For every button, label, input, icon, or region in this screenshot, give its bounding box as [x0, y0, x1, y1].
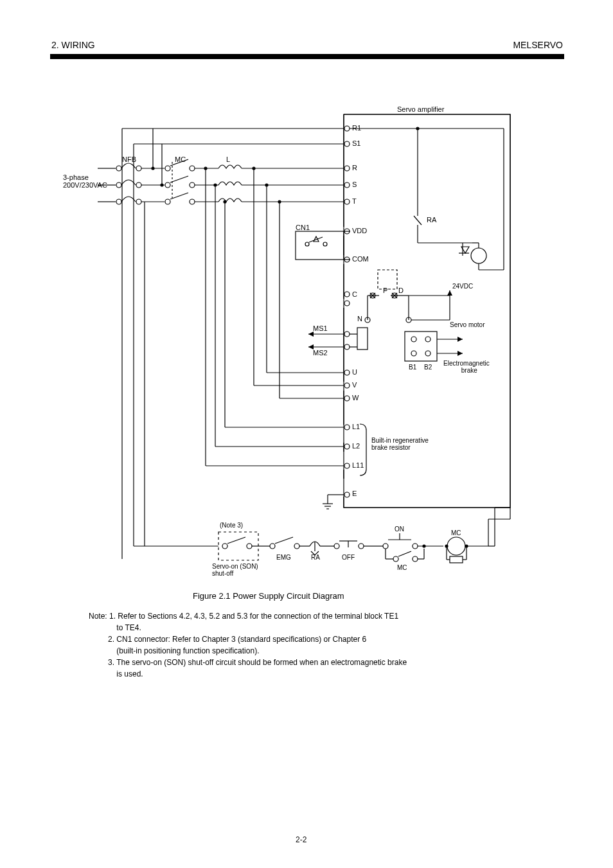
mc-hold: MC	[397, 564, 407, 571]
svg-point-139	[344, 344, 350, 350]
svg-rect-119	[296, 231, 344, 260]
servo-motor: Servo motor	[450, 321, 484, 328]
cn1-com: COM	[352, 255, 369, 263]
svg-point-91	[383, 544, 388, 549]
svg-point-104	[447, 537, 465, 555]
term-u: U	[352, 368, 357, 376]
svg-point-3	[136, 166, 141, 171]
svg-point-10	[344, 166, 350, 171]
svg-line-81	[275, 537, 293, 544]
note-block: Note: 1. Refer to Sections 4.2, 4.3, 5.2…	[89, 610, 551, 680]
svg-point-44	[344, 383, 350, 388]
svg-point-89	[359, 544, 364, 549]
svg-point-122	[323, 242, 327, 246]
svg-rect-162	[405, 332, 437, 361]
label-servo-amp: Servo amplifier	[397, 105, 444, 113]
label-l: L	[226, 155, 230, 163]
term-p: P	[383, 287, 387, 294]
figure-caption: Figure 2.1 Power Supply Circuit Diagram	[193, 591, 344, 601]
svg-point-64	[344, 425, 350, 430]
svg-point-56	[344, 463, 350, 468]
label-mc: MC	[175, 155, 186, 163]
term-w: W	[352, 394, 359, 402]
schematic-svg	[0, 0, 613, 868]
svg-point-166	[425, 351, 431, 356]
svg-point-94	[413, 544, 418, 549]
svg-point-112	[465, 545, 468, 547]
b1: B1	[409, 364, 416, 371]
b2: B2	[424, 364, 432, 371]
svg-point-13	[136, 182, 141, 188]
svg-point-48	[344, 370, 350, 375]
off: OFF	[342, 554, 355, 561]
servo-on-shutoff: Servo-on (SON) shut-off	[212, 563, 258, 577]
svg-point-170	[344, 492, 350, 497]
term-s1: S1	[352, 139, 360, 147]
svg-point-138	[344, 332, 350, 337]
svg-point-76	[222, 544, 227, 549]
cn1-header: CN1	[296, 224, 310, 231]
svg-point-12	[116, 182, 121, 188]
svg-point-17	[190, 182, 195, 188]
term-c: C	[352, 290, 357, 298]
builtin-regen: Built-in regenerative brake resistor	[371, 437, 429, 451]
24vdc: 24VDC	[452, 283, 473, 290]
svg-point-7	[190, 166, 195, 171]
svg-rect-106	[450, 556, 463, 563]
term-r1: R1	[352, 124, 361, 132]
mc-coil: MC	[451, 529, 461, 536]
on: ON	[395, 526, 404, 533]
label-3phase: 3-phase 200V/230VAC	[63, 173, 107, 189]
svg-point-127	[344, 292, 350, 297]
svg-point-152	[471, 248, 486, 263]
label-nfb: NFB	[122, 155, 136, 163]
term-l1: L1	[352, 423, 360, 430]
svg-point-60	[344, 444, 350, 449]
ra-label: RA	[427, 216, 436, 224]
svg-point-25	[165, 199, 170, 204]
svg-line-98	[398, 551, 411, 556]
term-d: D	[398, 287, 404, 294]
ra-b: RA	[311, 554, 320, 561]
svg-line-26	[170, 193, 188, 199]
term-n: N	[357, 315, 362, 323]
term-l2: L2	[352, 442, 360, 450]
svg-point-20	[344, 182, 350, 188]
svg-point-5	[165, 166, 170, 171]
svg-point-15	[165, 182, 170, 188]
svg-point-78	[247, 544, 252, 549]
emg: EMG	[276, 554, 291, 561]
svg-point-99	[413, 556, 418, 562]
svg-point-30	[344, 199, 350, 204]
brake-label: Electromagnetic brake	[443, 360, 490, 374]
svg-point-120	[305, 242, 309, 246]
ms2: MS2	[313, 349, 328, 357]
svg-point-27	[190, 199, 195, 204]
term-l11: L11	[352, 461, 364, 469]
note3: (Note 3)	[220, 522, 243, 529]
svg-point-165	[411, 351, 416, 356]
svg-point-2	[116, 166, 121, 171]
svg-point-82	[294, 544, 299, 549]
term-e: E	[352, 490, 357, 497]
svg-line-77	[227, 537, 245, 544]
term-v: V	[352, 381, 357, 389]
ms1: MS1	[313, 324, 328, 332]
svg-rect-142	[357, 328, 368, 350]
svg-point-80	[270, 544, 275, 549]
svg-point-86	[334, 544, 339, 549]
term-s: S	[352, 181, 357, 188]
svg-point-52	[344, 396, 350, 401]
svg-point-22	[116, 199, 121, 204]
svg-point-163	[411, 337, 416, 342]
svg-point-110	[445, 545, 448, 547]
cn1-vdd: VDD	[352, 227, 367, 235]
svg-point-23	[136, 199, 141, 204]
svg-point-164	[425, 337, 431, 342]
term-r: R	[352, 164, 357, 172]
svg-point-40	[344, 141, 350, 146]
svg-point-128	[344, 301, 350, 306]
svg-line-16	[170, 176, 188, 182]
svg-point-36	[344, 126, 350, 131]
page-number: 2-2	[296, 835, 306, 844]
